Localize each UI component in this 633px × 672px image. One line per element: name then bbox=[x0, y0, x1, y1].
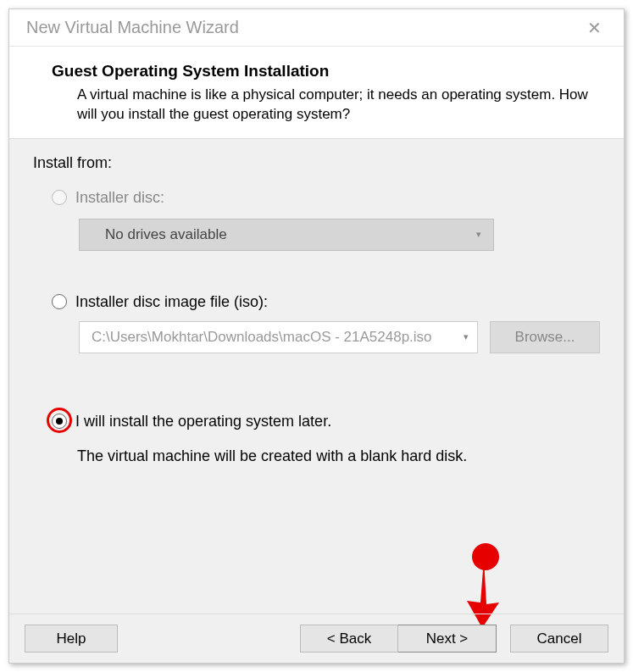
radio-label: Installer disc: bbox=[75, 189, 164, 207]
radio-icon bbox=[52, 190, 67, 205]
radio-row-iso-file[interactable]: Installer disc image file (iso): bbox=[52, 293, 600, 311]
close-icon[interactable]: ✕ bbox=[579, 14, 610, 42]
install-later-subtext: The virtual machine will be created with… bbox=[77, 447, 600, 465]
content-area: Install from: Installer disc: No drives … bbox=[9, 139, 624, 465]
drive-dropdown[interactable]: No drives available ▾ bbox=[79, 219, 494, 251]
chevron-down-icon: ▾ bbox=[464, 331, 469, 342]
option-install-later: I will install the operating system late… bbox=[52, 413, 600, 465]
next-button[interactable]: Next > bbox=[398, 625, 497, 653]
iso-row: C:\Users\Mokhtar\Downloads\macOS - 21A52… bbox=[79, 321, 600, 353]
window-title: New Virtual Machine Wizard bbox=[26, 18, 239, 37]
page-title: Guest Operating System Installation bbox=[52, 62, 598, 81]
svg-point-0 bbox=[472, 543, 499, 570]
radio-row-installer-disc[interactable]: Installer disc: bbox=[52, 189, 600, 207]
button-bar: Help < Back Next > Cancel bbox=[9, 614, 624, 663]
back-button[interactable]: < Back bbox=[300, 625, 398, 653]
wizard-dialog: New Virtual Machine Wizard ✕ Guest Opera… bbox=[8, 8, 625, 664]
page-description: A virtual machine is like a physical com… bbox=[77, 86, 598, 125]
titlebar: New Virtual Machine Wizard ✕ bbox=[9, 9, 624, 47]
option-iso-file: Installer disc image file (iso): C:\User… bbox=[52, 293, 600, 353]
radio-icon bbox=[52, 414, 67, 429]
iso-path-text: C:\Users\Mokhtar\Downloads\macOS - 21A52… bbox=[92, 329, 432, 346]
install-from-label: Install from: bbox=[33, 154, 600, 172]
option-installer-disc: Installer disc: No drives available ▾ bbox=[52, 189, 600, 251]
radio-icon bbox=[52, 294, 67, 309]
radio-label: Installer disc image file (iso): bbox=[75, 293, 268, 311]
dropdown-text: No drives available bbox=[105, 226, 227, 243]
chevron-down-icon: ▾ bbox=[476, 229, 481, 240]
browse-button[interactable]: Browse... bbox=[490, 321, 600, 353]
cancel-button[interactable]: Cancel bbox=[510, 625, 608, 653]
radio-row-install-later[interactable]: I will install the operating system late… bbox=[52, 413, 600, 430]
help-button[interactable]: Help bbox=[25, 625, 118, 653]
iso-path-input[interactable]: C:\Users\Mokhtar\Downloads\macOS - 21A52… bbox=[79, 321, 478, 353]
radio-label: I will install the operating system late… bbox=[75, 413, 331, 430]
header-section: Guest Operating System Installation A vi… bbox=[9, 47, 624, 139]
